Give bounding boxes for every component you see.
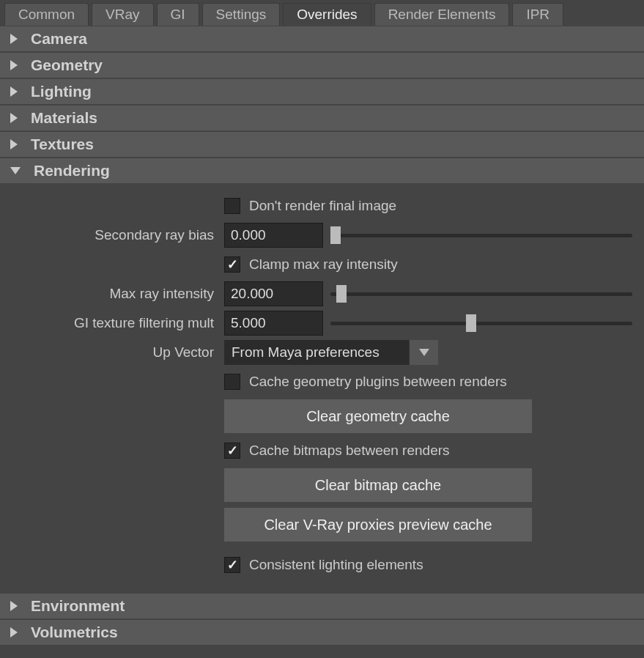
rendering-body: Don't render final image Secondary ray b…: [0, 184, 644, 593]
max-ray-intensity-slider[interactable]: [330, 281, 632, 306]
section-geometry[interactable]: Geometry: [0, 52, 644, 78]
secondary-ray-bias-field[interactable]: [224, 223, 323, 248]
tab-common[interactable]: Common: [4, 3, 89, 26]
chevron-down-icon: [419, 349, 429, 356]
triangle-right-icon: [10, 627, 18, 637]
triangle-right-icon: [10, 113, 18, 123]
up-vector-value: From Maya preferences: [224, 340, 409, 365]
section-environment[interactable]: Environment: [0, 593, 644, 619]
section-materials[interactable]: Materials: [0, 105, 644, 131]
consistent-lighting-label: Consistent lighting elements: [249, 557, 423, 573]
clamp-label: Clamp max ray intensity: [249, 256, 398, 273]
clamp-checkbox[interactable]: [224, 256, 240, 273]
up-vector-label: Up Vector: [12, 344, 224, 361]
section-title: Materials: [31, 109, 97, 127]
triangle-right-icon: [10, 601, 18, 611]
triangle-right-icon: [10, 60, 18, 70]
section-textures[interactable]: Textures: [0, 131, 644, 158]
up-vector-select[interactable]: From Maya preferences: [224, 340, 438, 365]
gi-texture-slider[interactable]: [330, 311, 632, 336]
section-title: Environment: [31, 597, 125, 615]
tab-ipr[interactable]: IPR: [512, 3, 563, 26]
clear-proxies-cache-button[interactable]: Clear V-Ray proxies preview cache: [224, 508, 532, 541]
clear-bitmap-cache-button[interactable]: Clear bitmap cache: [224, 468, 532, 502]
tab-gi[interactable]: GI: [157, 3, 199, 26]
dont-render-label: Don't render final image: [249, 198, 396, 214]
triangle-right-icon: [10, 139, 18, 149]
tab-bar: Common VRay GI Settings Overrides Render…: [0, 0, 644, 26]
gi-texture-field[interactable]: [224, 311, 323, 336]
clear-geometry-cache-button[interactable]: Clear geometry cache: [224, 399, 532, 433]
triangle-down-icon: [10, 167, 21, 174]
section-title: Rendering: [34, 162, 110, 180]
secondary-ray-bias-slider[interactable]: [330, 223, 632, 248]
cache-geometry-label: Cache geometry plugins between renders: [249, 374, 507, 390]
section-title: Lighting: [31, 83, 92, 100]
section-lighting[interactable]: Lighting: [0, 78, 644, 105]
gi-texture-label: GI texture filtering mult: [12, 315, 224, 331]
max-ray-intensity-label: Max ray intensity: [12, 286, 224, 302]
tab-settings[interactable]: Settings: [202, 3, 281, 26]
cache-bitmaps-checkbox[interactable]: [224, 443, 240, 459]
tab-overrides[interactable]: Overrides: [283, 3, 371, 26]
section-title: Camera: [31, 30, 87, 48]
max-ray-intensity-field[interactable]: [224, 281, 323, 306]
cache-bitmaps-label: Cache bitmaps between renders: [249, 443, 450, 459]
secondary-ray-bias-label: Secondary ray bias: [12, 227, 224, 243]
consistent-lighting-checkbox[interactable]: [224, 557, 240, 573]
section-volumetrics[interactable]: Volumetrics: [0, 619, 644, 646]
triangle-right-icon: [10, 34, 18, 44]
dont-render-checkbox[interactable]: [224, 198, 240, 214]
section-title: Volumetrics: [31, 624, 118, 641]
section-title: Geometry: [31, 56, 103, 74]
section-title: Textures: [31, 136, 94, 153]
section-camera[interactable]: Camera: [0, 26, 644, 52]
triangle-right-icon: [10, 86, 18, 97]
tab-render-elements[interactable]: Render Elements: [374, 3, 510, 26]
up-vector-dropdown-button[interactable]: [409, 340, 438, 365]
tab-vray[interactable]: VRay: [92, 3, 153, 26]
cache-geometry-checkbox[interactable]: [224, 374, 240, 390]
section-rendering[interactable]: Rendering: [0, 158, 644, 184]
